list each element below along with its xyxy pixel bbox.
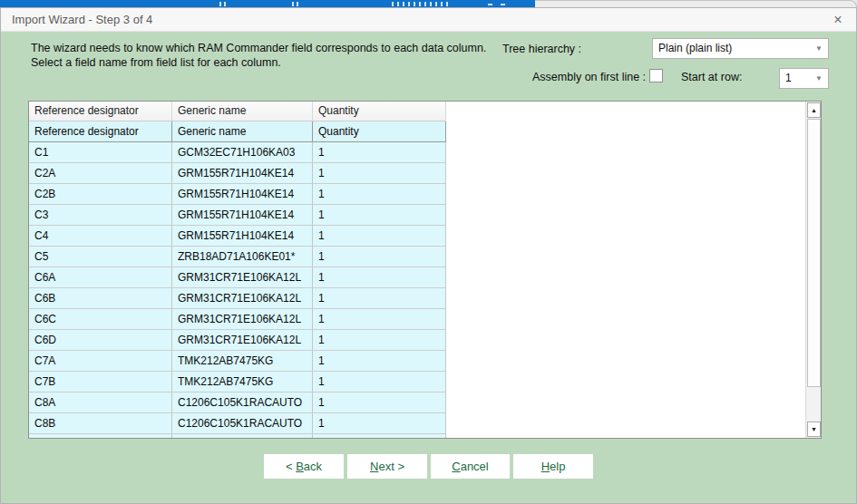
table-row[interactable]: C1GCM32EC71H106KA031 bbox=[29, 142, 446, 163]
tree-hierarchy-label: Tree hierarchy : bbox=[502, 43, 581, 55]
table-row[interactable]: C6BGRM31CR71E106KA12L1 bbox=[29, 288, 446, 309]
table-row[interactable]: C4GRM155R71H104KE141 bbox=[29, 226, 446, 247]
dialog-title: Import Wizard - Step 3 of 4 bbox=[12, 8, 152, 32]
import-wizard-dialog: Import Wizard - Step 3 of 4 × The wizard… bbox=[0, 7, 857, 504]
table-cell[interactable]: C2A bbox=[29, 163, 172, 184]
table-cell[interactable]: 1 bbox=[313, 309, 446, 330]
table-cell[interactable]: 1 bbox=[313, 267, 446, 288]
table-cell[interactable]: 1 bbox=[313, 434, 446, 438]
table-cell[interactable]: GRM155R71H104KE14 bbox=[172, 205, 313, 226]
table-cell[interactable]: C8A bbox=[29, 393, 172, 413]
table-cell[interactable]: 1 bbox=[313, 226, 446, 247]
field-selector-generic-name[interactable]: Generic name bbox=[172, 121, 313, 142]
cancel-button[interactable]: Cancel bbox=[431, 454, 510, 479]
table-cell[interactable]: C7B bbox=[29, 372, 172, 393]
column-header-generic-name[interactable]: Generic name bbox=[172, 102, 313, 121]
table-cell[interactable]: C9A bbox=[29, 434, 172, 438]
table-cell[interactable]: GRM31CR71E106KA12L bbox=[172, 434, 313, 438]
table-cell[interactable]: 1 bbox=[313, 393, 446, 413]
chevron-down-icon[interactable]: ▼ bbox=[815, 39, 823, 58]
field-selector-reference-designator[interactable]: Reference designator bbox=[29, 121, 172, 142]
table-cell[interactable]: GRM31CR71E106KA12L bbox=[172, 288, 313, 309]
assembly-on-first-line-checkbox[interactable] bbox=[649, 69, 663, 82]
grid-header-row: Reference designator Generic name Quanti… bbox=[29, 102, 446, 121]
help-button[interactable]: Help bbox=[513, 454, 593, 479]
table-row[interactable]: C7ATMK212AB7475KG1 bbox=[29, 351, 446, 372]
tree-hierarchy-select[interactable]: Plain (plain list) ▼ bbox=[652, 38, 829, 59]
table-cell[interactable]: 1 bbox=[313, 205, 446, 226]
table-cell[interactable]: 1 bbox=[313, 288, 446, 309]
scrollbar-thumb[interactable] bbox=[807, 119, 821, 387]
table-cell[interactable]: C6A bbox=[29, 267, 172, 288]
grid-inner: Reference designator Generic name Quanti… bbox=[29, 102, 805, 438]
table-cell[interactable]: C6D bbox=[29, 330, 172, 351]
table-row[interactable]: C3GRM155R71H104KE141 bbox=[29, 205, 446, 226]
table-row[interactable]: C2BGRM155R71H104KE141 bbox=[29, 184, 446, 205]
table-cell[interactable]: C6B bbox=[29, 288, 172, 309]
table-cell[interactable]: GRM155R71H104KE14 bbox=[172, 226, 313, 247]
background-window-strip bbox=[0, 0, 535, 7]
column-header-reference-designator[interactable]: Reference designator bbox=[29, 102, 172, 121]
table-cell[interactable]: 1 bbox=[313, 247, 446, 267]
table-cell[interactable]: 1 bbox=[313, 184, 446, 205]
table-cell[interactable]: C2B bbox=[29, 184, 172, 205]
table-cell[interactable]: C6C bbox=[29, 309, 172, 330]
vertical-scrollbar[interactable]: ▲ ▼ bbox=[805, 102, 821, 438]
table-cell[interactable]: 1 bbox=[313, 351, 446, 372]
instruction-text: The wizard needs to know which RAM Comma… bbox=[31, 41, 489, 70]
start-at-row-value: 1 bbox=[785, 69, 792, 88]
table-cell[interactable]: GRM31CR71E106KA12L bbox=[172, 330, 313, 351]
back-button[interactable]: < Back bbox=[264, 454, 344, 479]
dialog-top-edge bbox=[535, 0, 857, 7]
dialog-body: The wizard needs to know which RAM Comma… bbox=[1, 32, 856, 503]
close-icon[interactable]: × bbox=[827, 8, 849, 32]
table-cell[interactable]: TMK212AB7475KG bbox=[172, 351, 313, 372]
table-cell[interactable]: C8B bbox=[29, 413, 172, 434]
titlebar[interactable]: Import Wizard - Step 3 of 4 × bbox=[1, 8, 856, 32]
table-row[interactable]: C8BC1206C105K1RACAUTO1 bbox=[29, 413, 446, 434]
table-cell[interactable]: GRM31CR71E106KA12L bbox=[172, 267, 313, 288]
next-button[interactable]: Next > bbox=[347, 454, 427, 479]
table-cell[interactable]: C1206C105K1RACAUTO bbox=[172, 413, 313, 434]
start-at-row-select[interactable]: 1 ▼ bbox=[779, 68, 829, 89]
column-header-quantity[interactable]: Quantity bbox=[313, 102, 446, 121]
assembly-on-first-line-label: Assembly on first line : bbox=[532, 71, 646, 83]
scroll-down-icon[interactable]: ▼ bbox=[807, 422, 821, 437]
table-cell[interactable]: ZRB18AD71A106KE01* bbox=[172, 247, 313, 267]
import-preview-grid: Reference designator Generic name Quanti… bbox=[28, 101, 822, 439]
table-cell[interactable]: GRM155R71H104KE14 bbox=[172, 184, 313, 205]
table-cell[interactable]: GRM31CR71E106KA12L bbox=[172, 309, 313, 330]
tree-hierarchy-value: Plain (plain list) bbox=[658, 39, 732, 58]
table-cell[interactable]: 1 bbox=[313, 163, 446, 184]
table-row[interactable]: C9AGRM31CR71E106KA12L1 bbox=[29, 434, 446, 438]
table-cell[interactable]: C4 bbox=[29, 226, 172, 247]
table-cell[interactable]: C1 bbox=[29, 142, 172, 163]
field-selector-quantity[interactable]: Quantity bbox=[313, 121, 446, 142]
table-cell[interactable]: 1 bbox=[313, 413, 446, 434]
table-row[interactable]: C5ZRB18AD71A106KE01*1 bbox=[29, 247, 446, 267]
chevron-down-icon[interactable]: ▼ bbox=[815, 69, 823, 88]
table-cell[interactable]: C1206C105K1RACAUTO bbox=[172, 393, 313, 413]
table-row[interactable]: C7BTMK212AB7475KG1 bbox=[29, 372, 446, 393]
table-cell[interactable]: GRM155R71H104KE14 bbox=[172, 163, 313, 184]
table-row[interactable]: C6AGRM31CR71E106KA12L1 bbox=[29, 267, 446, 288]
table-row[interactable]: C8AC1206C105K1RACAUTO1 bbox=[29, 393, 446, 413]
start-at-row-label: Start at row: bbox=[681, 71, 742, 83]
table-cell[interactable]: C3 bbox=[29, 205, 172, 226]
table-cell[interactable]: TMK212AB7475KG bbox=[172, 372, 313, 393]
table-row[interactable]: C6DGRM31CR71E106KA12L1 bbox=[29, 330, 446, 351]
table-row[interactable]: C6CGRM31CR71E106KA12L1 bbox=[29, 309, 446, 330]
table-cell[interactable]: C7A bbox=[29, 351, 172, 372]
table-cell[interactable]: 1 bbox=[313, 372, 446, 393]
table-cell[interactable]: C5 bbox=[29, 247, 172, 267]
scroll-up-icon[interactable]: ▲ bbox=[807, 102, 821, 118]
field-selector-row: Reference designator Generic name Quanti… bbox=[29, 121, 446, 142]
grid-rows: C1GCM32EC71H106KA031C2AGRM155R71H104KE14… bbox=[29, 142, 446, 438]
table-cell[interactable]: 1 bbox=[313, 142, 446, 163]
table-row[interactable]: C2AGRM155R71H104KE141 bbox=[29, 163, 446, 184]
table-cell[interactable]: GCM32EC71H106KA03 bbox=[172, 142, 313, 163]
table-cell[interactable]: 1 bbox=[313, 330, 446, 351]
